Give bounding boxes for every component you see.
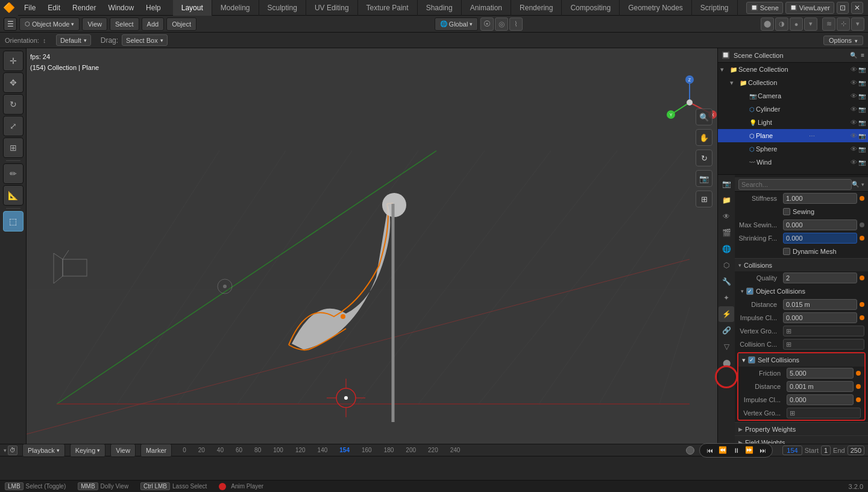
quad-view-btn[interactable]: ⊞ [696, 191, 712, 207]
end-frame-field[interactable]: 250 [848, 446, 864, 455]
step-back-btn[interactable]: ⏪ [717, 445, 729, 456]
keying-btn[interactable]: Keying ▾ [70, 444, 106, 457]
snap-btn[interactable]: ⦿ [480, 17, 494, 31]
sphere-render[interactable]: 📷 [858, 146, 866, 153]
tool-annotate[interactable]: ✏ [3, 163, 24, 184]
impulse1-field[interactable]: 0.000 [783, 312, 857, 323]
menu-help[interactable]: Help [140, 0, 167, 16]
viewport[interactable]: Z X Y fps: 24 (154) Collection | Plane 🔍… [27, 48, 717, 444]
viewlayer-selector[interactable]: 🔲 ViewLayer [785, 2, 834, 14]
menu-toggle[interactable]: ☰ [4, 17, 17, 31]
add-btn[interactable]: Add [142, 17, 165, 31]
timeline-view-btn[interactable]: View [110, 444, 136, 457]
collcoll-field[interactable]: ⊞ [783, 339, 864, 350]
viewport-shading-rendered[interactable]: ● [790, 17, 803, 31]
prop-tab-output[interactable]: 📁 [719, 192, 734, 208]
tool-cursor[interactable]: ✛ [3, 51, 24, 71]
outliner-sort[interactable]: ≡ [861, 52, 864, 58]
overlays-dropdown[interactable]: ▾ [851, 17, 864, 31]
viewport-shading-dropdown[interactable]: ▾ [804, 17, 817, 31]
tab-layout[interactable]: Layout [173, 0, 212, 16]
prop-tab-data[interactable]: ▽ [719, 339, 734, 355]
outliner-cylinder[interactable]: ⬡ Cylinder 👁 📷 [718, 102, 868, 116]
wind-render[interactable]: 📷 [858, 159, 866, 166]
timeline-header-toggle[interactable]: ▾ ⏱ [4, 446, 17, 455]
dynmesh-checkbox[interactable] [783, 248, 790, 255]
outliner-scene-collection[interactable]: ▾ 📁 Scene Collection 👁 📷 [718, 63, 868, 76]
menu-render[interactable]: Render [66, 0, 102, 16]
proportional-falloff-btn[interactable]: ⌇ [509, 17, 523, 31]
tool-scale[interactable]: ⤢ [3, 116, 24, 136]
orientation-dropdown[interactable]: Default ▾ [56, 34, 91, 46]
start-frame-field[interactable]: 1 [821, 446, 831, 455]
selfvtx-field[interactable]: ⊞ [787, 408, 861, 418]
tool-measure[interactable]: 📐 [3, 185, 24, 206]
tab-compositing[interactable]: Compositing [562, 0, 620, 16]
gizmos-btn[interactable]: ⊹ [837, 17, 850, 31]
global-dropdown[interactable]: 🌐 Global ▾ [435, 17, 479, 31]
jump-end-btn[interactable]: ⏭ [756, 445, 769, 456]
sphere-eye[interactable]: 👁 [851, 145, 857, 153]
tab-uv-editing[interactable]: UV Editing [306, 0, 358, 16]
prop-tab-constraints[interactable]: 🔗 [719, 323, 734, 338]
jump-start-btn[interactable]: ⏮ [703, 445, 715, 456]
outliner-filter[interactable]: 🔍 [850, 52, 857, 58]
selfcoll-checkbox[interactable]: ✓ [748, 356, 755, 364]
options-btn[interactable]: Options ▾ [823, 36, 863, 45]
current-frame-field[interactable]: 154 [782, 446, 802, 455]
quality-field[interactable]: 2 [783, 273, 857, 283]
tool-transform[interactable]: ⊞ [3, 137, 24, 158]
maxsewing-field[interactable]: 0.000 [783, 219, 857, 230]
maximize-btn[interactable]: ⊡ [837, 2, 849, 14]
outliner-camera[interactable]: 📷 Camera 👁 📷 [718, 89, 868, 102]
object-mode-dropdown[interactable]: ⬡ Object Mode ▾ [19, 17, 80, 31]
menu-window[interactable]: Window [102, 0, 140, 16]
shrinking-dot[interactable] [860, 236, 864, 241]
maxsewing-dot[interactable] [860, 222, 864, 227]
distance-dot[interactable] [860, 302, 864, 307]
outliner-wind[interactable]: 〰 Wind 👁 📷 [718, 156, 868, 169]
tool-move[interactable]: ✥ [3, 72, 24, 93]
selfdist-field[interactable]: 0.001 m [787, 381, 854, 392]
tab-geometry-nodes[interactable]: Geometry Nodes [620, 0, 692, 16]
tab-animation[interactable]: Animation [462, 0, 511, 16]
stiffness-dot[interactable] [860, 196, 864, 201]
drag-dropdown[interactable]: Select Box ▾ [122, 34, 168, 46]
collisions-section-header[interactable]: ▾ Collisions [735, 258, 868, 271]
prop-tab-scene[interactable]: 🎬 [719, 225, 734, 241]
distance-field[interactable]: 0.015 m [783, 299, 857, 310]
self-collisions-header[interactable]: ▾ ✓ Self Collisions [738, 353, 864, 367]
orbit-btn[interactable]: ↻ [696, 150, 712, 166]
wind-eye[interactable]: 👁 [851, 159, 857, 166]
tab-scripting[interactable]: Scripting [692, 0, 738, 16]
outliner-plane[interactable]: ⬡ Plane ⋯ 👁 📷 [718, 129, 868, 142]
prop-tab-view[interactable]: 👁 [719, 209, 734, 224]
record-dot[interactable] [686, 446, 694, 455]
scene-coll-cam[interactable]: 📷 [858, 66, 866, 73]
scene-coll-eye[interactable]: 👁 [851, 66, 857, 73]
friction-dot[interactable] [856, 371, 861, 376]
cam-eye[interactable]: 👁 [851, 92, 857, 99]
objcoll-checkbox[interactable]: ✓ [746, 288, 753, 295]
prop-search-input[interactable] [738, 179, 852, 190]
selfimpulse-field[interactable]: 0.000 [787, 394, 854, 405]
viewport-shading-solid[interactable]: ⬤ [761, 17, 774, 31]
object-btn[interactable]: Object [166, 17, 197, 31]
prop-tab-physics[interactable]: ⚡ [719, 306, 734, 322]
prop-tab-modifier[interactable]: 🔧 [719, 274, 734, 289]
prop-tab-particles[interactable]: ✦ [719, 290, 734, 306]
cyl-render[interactable]: 📷 [858, 106, 866, 113]
selfimpulse-dot[interactable] [856, 397, 861, 402]
playback-btn[interactable]: Playback ▾ [22, 444, 65, 457]
field-weights-header[interactable]: ▶ Field Weights [735, 435, 868, 444]
prop-options-btn[interactable]: ▾ [861, 181, 864, 188]
property-weights-header[interactable]: ▶ Property Weights [735, 422, 868, 435]
coll-eye[interactable]: 👁 [851, 79, 857, 86]
tab-texture-paint[interactable]: Texture Paint [358, 0, 418, 16]
quality-dot[interactable] [860, 276, 864, 280]
prop-tab-material[interactable]: ⬤ [719, 355, 734, 371]
outliner-sphere[interactable]: ⬡ Sphere 👁 📷 [718, 142, 868, 156]
outliner-light[interactable]: 💡 Light 👁 📷 [718, 116, 868, 129]
pause-btn[interactable]: ⏸ [730, 445, 742, 456]
tab-rendering[interactable]: Rendering [511, 0, 562, 16]
